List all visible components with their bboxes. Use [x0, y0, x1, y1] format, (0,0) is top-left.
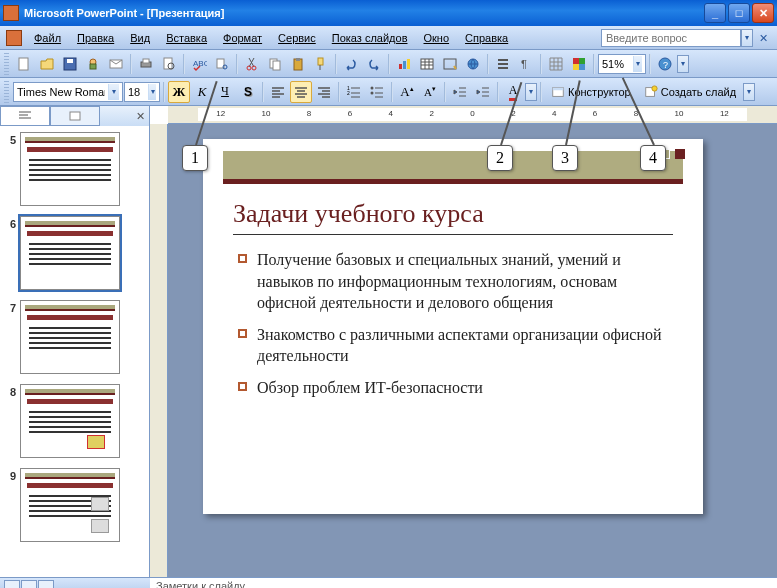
undo-icon[interactable]	[340, 53, 362, 75]
close-button[interactable]: ✕	[752, 3, 774, 23]
bullet-item[interactable]: Знакомство с различными аспектами органи…	[238, 324, 673, 367]
paste-icon[interactable]	[287, 53, 309, 75]
ask-dropdown[interactable]: ▾	[741, 29, 753, 47]
svg-rect-21	[403, 61, 406, 69]
thumbnail-list[interactable]: 56789	[0, 126, 149, 577]
pane-close-icon[interactable]: ✕	[131, 106, 149, 126]
titlebar: Microsoft PowerPoint - [Презентация] _ □…	[0, 0, 777, 26]
svg-rect-28	[579, 58, 585, 64]
expand-all-icon[interactable]	[492, 53, 514, 75]
menu-view[interactable]: Вид	[122, 29, 158, 47]
svg-point-35	[371, 86, 374, 89]
bulleted-list-icon[interactable]	[366, 81, 388, 103]
permission-icon[interactable]	[82, 53, 104, 75]
svg-text:2: 2	[347, 90, 350, 96]
menu-window[interactable]: Окно	[416, 29, 458, 47]
ask-question-box[interactable]	[601, 29, 741, 47]
callout-3: 3	[552, 145, 578, 171]
font-input[interactable]	[17, 86, 105, 98]
underline-button[interactable]: Ч	[214, 81, 236, 103]
outline-tab[interactable]	[0, 106, 50, 126]
menu-insert[interactable]: Вставка	[158, 29, 215, 47]
menu-file[interactable]: Файл	[26, 29, 69, 47]
doc-close-button[interactable]: ✕	[759, 32, 771, 44]
svg-rect-23	[421, 59, 433, 69]
align-right-icon[interactable]	[313, 81, 335, 103]
thumbnail-8[interactable]: 8	[4, 384, 145, 458]
formatting-toolbar: ▾ ▾ Ж К Ч S 12 A▴ A▾ A ▾ Конструктор Соз…	[0, 78, 777, 106]
font-size-input[interactable]	[128, 86, 145, 98]
font-combo[interactable]: ▾	[13, 82, 123, 102]
designer-button[interactable]: Конструктор	[545, 81, 637, 103]
insert-table-icon[interactable]	[416, 53, 438, 75]
increase-indent-icon[interactable]	[472, 81, 494, 103]
minimize-button[interactable]: _	[704, 3, 726, 23]
zoom-input[interactable]	[602, 58, 630, 70]
print-icon[interactable]	[135, 53, 157, 75]
horizontal-ruler[interactable]: 12108642024681012	[168, 106, 777, 124]
color-icon[interactable]	[568, 53, 590, 75]
zoom-combo[interactable]: ▾	[598, 54, 646, 74]
slide-canvas[interactable]: Задачи учебного курса Получение базовых …	[203, 139, 703, 514]
font-color-dropdown[interactable]: ▾	[525, 83, 537, 101]
format-painter-icon[interactable]	[310, 53, 332, 75]
tables-borders-icon[interactable]	[439, 53, 461, 75]
new-slide-button[interactable]: Создать слайд	[638, 81, 742, 103]
slide-body[interactable]: Получение базовых и специальных знаний, …	[238, 249, 673, 409]
thumbnail-pane: ✕ 56789	[0, 106, 150, 577]
grid-icon[interactable]	[545, 53, 567, 75]
maximize-button[interactable]: □	[728, 3, 750, 23]
open-icon[interactable]	[36, 53, 58, 75]
svg-rect-0	[19, 58, 28, 70]
research-icon[interactable]	[211, 53, 233, 75]
sorter-view-button[interactable]	[21, 580, 37, 588]
insert-chart-icon[interactable]	[393, 53, 415, 75]
normal-view-button[interactable]	[4, 580, 20, 588]
thumbnail-6[interactable]: 6	[4, 216, 145, 290]
svg-rect-2	[67, 59, 73, 63]
menu-edit[interactable]: Правка	[69, 29, 122, 47]
notes-pane[interactable]: Заметки к слайду	[150, 577, 777, 588]
email-icon[interactable]	[105, 53, 127, 75]
spellcheck-icon[interactable]: ABC	[188, 53, 210, 75]
show-formatting-icon[interactable]: ¶	[515, 53, 537, 75]
align-center-icon[interactable]	[290, 81, 312, 103]
decrease-indent-icon[interactable]	[449, 81, 471, 103]
thumbnail-7[interactable]: 7	[4, 300, 145, 374]
copy-icon[interactable]	[264, 53, 286, 75]
align-left-icon[interactable]	[267, 81, 289, 103]
help-icon[interactable]: ?	[654, 53, 676, 75]
vertical-ruler[interactable]	[150, 124, 168, 577]
numbered-list-icon[interactable]: 12	[343, 81, 365, 103]
toolbar-options[interactable]: ▾	[677, 55, 689, 73]
slide-stage[interactable]: Задачи учебного курса Получение базовых …	[168, 124, 777, 577]
shadow-button[interactable]: S	[237, 81, 259, 103]
cut-icon[interactable]	[241, 53, 263, 75]
menu-help[interactable]: Справка	[457, 29, 516, 47]
bullet-item[interactable]: Обзор проблем ИТ-безопасности	[238, 377, 673, 399]
font-size-combo[interactable]: ▾	[124, 82, 160, 102]
slides-tab[interactable]	[50, 106, 100, 126]
toolbar-options-2[interactable]: ▾	[743, 83, 755, 101]
preview-icon[interactable]	[158, 53, 180, 75]
insert-hyperlink-icon[interactable]	[462, 53, 484, 75]
save-icon[interactable]	[59, 53, 81, 75]
new-icon[interactable]	[13, 53, 35, 75]
callout-2: 2	[487, 145, 513, 171]
increase-font-icon[interactable]: A▴	[396, 81, 418, 103]
thumbnail-5[interactable]: 5	[4, 132, 145, 206]
svg-rect-30	[579, 64, 585, 70]
slideshow-view-button[interactable]	[38, 580, 54, 588]
app-icon	[3, 5, 19, 21]
bold-button[interactable]: Ж	[168, 81, 190, 103]
toolbar-grip[interactable]	[4, 81, 9, 103]
menu-format[interactable]: Формат	[215, 29, 270, 47]
menu-service[interactable]: Сервис	[270, 29, 324, 47]
bullet-item[interactable]: Получение базовых и специальных знаний, …	[238, 249, 673, 314]
menu-slideshow[interactable]: Показ слайдов	[324, 29, 416, 47]
redo-icon[interactable]	[363, 53, 385, 75]
thumbnail-9[interactable]: 9	[4, 468, 145, 542]
toolbar-grip[interactable]	[4, 53, 9, 75]
slide-title[interactable]: Задачи учебного курса	[233, 199, 673, 235]
decrease-font-icon[interactable]: A▾	[419, 81, 441, 103]
